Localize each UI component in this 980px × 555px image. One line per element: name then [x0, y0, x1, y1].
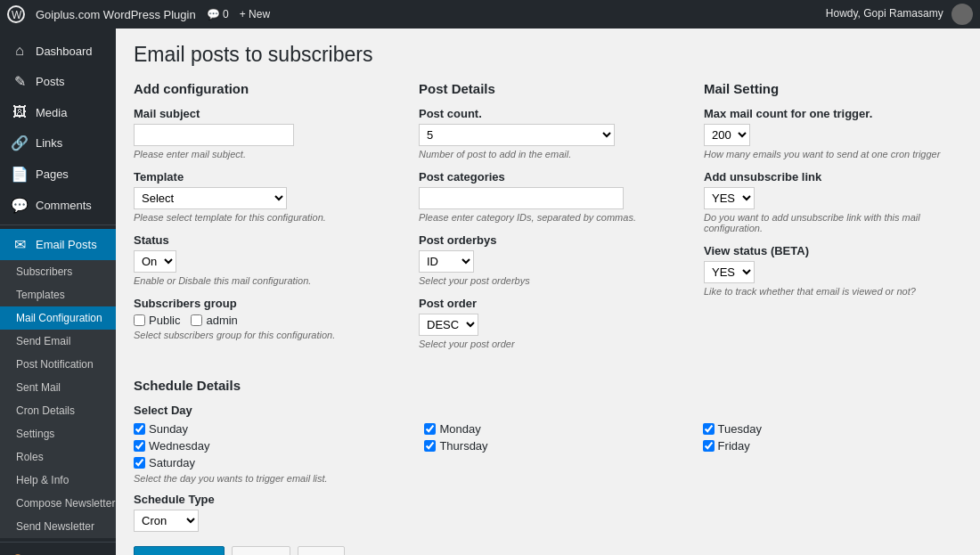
menu-separator-1 [0, 224, 116, 225]
insert-details-button[interactable]: Insert Details [134, 546, 225, 555]
sidebar: ⌂ Dashboard ✎ Posts 🖼 Media 🔗 Links 📄 Pa… [0, 29, 116, 555]
sidebar-item-help-info[interactable]: Help & Info [0, 469, 116, 492]
sidebar-item-posts[interactable]: ✎ Posts [0, 66, 116, 97]
sidebar-item-appearance[interactable]: 🎨 Appearance [0, 546, 116, 555]
svg-text:W: W [12, 9, 22, 21]
subscribers-group-label: Subscribers group [134, 297, 392, 310]
tuesday-day-label[interactable]: Tuesday [703, 422, 962, 436]
status-select[interactable]: On Off [134, 250, 176, 273]
cancel-button[interactable]: Cancel [232, 546, 290, 555]
post-details-section: Post Details Post count. 5 10 15 20 Numb… [419, 81, 677, 360]
status-group: Status On Off Enable or Disbale this mai… [134, 233, 392, 286]
template-group: Template Select Please select template f… [134, 170, 392, 223]
schedule-type-select[interactable]: Cron Daily Weekly [134, 510, 199, 532]
admin-checkbox[interactable] [191, 314, 202, 326]
sunday-checkbox[interactable] [134, 423, 145, 435]
post-orderbys-label: Post orderbys [419, 233, 677, 247]
sidebar-item-pages[interactable]: 📄 Pages [0, 159, 116, 190]
main-content: Email posts to subscribers Add configura… [116, 29, 980, 555]
thursday-day-label[interactable]: Thursday [424, 439, 688, 453]
saturday-checkbox[interactable] [134, 457, 145, 469]
schedule-type-label: Schedule Type [134, 493, 962, 506]
sidebar-item-roles[interactable]: Roles [0, 445, 116, 469]
view-status-group: View status (BETA) YES NO Like to track … [704, 244, 962, 297]
monday-checkbox[interactable] [424, 423, 436, 435]
add-configuration-section: Add configuration Mail subject Please en… [134, 81, 392, 351]
schedule-type-group: Schedule Type Cron Daily Weekly [134, 493, 962, 532]
sidebar-item-send-newsletter[interactable]: Send Newsletter [0, 515, 116, 538]
public-checkbox-label[interactable]: Public [134, 314, 180, 327]
help-button[interactable]: Help [298, 546, 345, 555]
post-count-label: Post count. [419, 107, 677, 120]
post-orderbys-group: Post orderbys ID Date Title Rand Select … [419, 233, 677, 286]
friday-checkbox[interactable] [703, 440, 715, 452]
post-order-label: Post order [419, 297, 677, 310]
status-label: Status [134, 233, 392, 247]
sidebar-item-comments[interactable]: 💬 Comments [0, 190, 116, 221]
public-checkbox[interactable] [134, 314, 145, 326]
mail-subject-label: Mail subject [134, 107, 392, 120]
monday-day-label[interactable]: Monday [424, 422, 688, 436]
pages-icon: 📄 [11, 166, 29, 183]
new-button[interactable]: + New [240, 8, 270, 20]
mail-subject-input[interactable] [134, 124, 294, 146]
sunday-day-label[interactable]: Sunday [134, 422, 410, 436]
sidebar-item-subscribers[interactable]: Subscribers [0, 260, 116, 283]
days-grid: Sunday Monday Tuesday Wednesday Thursday [134, 422, 962, 469]
subscribers-group-group: Subscribers group Public admin Select su… [134, 297, 392, 340]
post-categories-label: Post categories [419, 170, 677, 184]
mail-setting-section: Mail Setting Max mail count for one trig… [704, 81, 962, 307]
max-mail-count-hint: How many emails you want to send at one … [704, 149, 962, 159]
schedule-details-title: Schedule Details [134, 378, 962, 393]
post-details-title: Post Details [419, 81, 677, 96]
form-sections: Add configuration Mail subject Please en… [134, 81, 962, 360]
post-orderbys-select[interactable]: ID Date Title Rand [419, 250, 474, 273]
sidebar-item-mail-configuration[interactable]: Mail Configuration [0, 306, 116, 330]
wp-logo-icon[interactable]: W [7, 5, 25, 23]
dashboard-icon: ⌂ [11, 43, 29, 59]
status-hint: Enable or Disbale this mail configuratio… [134, 275, 392, 286]
post-count-select[interactable]: 5 10 15 20 [419, 124, 615, 146]
post-order-hint: Select your post order [419, 339, 677, 349]
sidebar-item-compose-newsletter[interactable]: Compose Newsletter [0, 492, 116, 515]
unsubscribe-link-select[interactable]: YES NO [704, 187, 755, 209]
post-order-group: Post order DESC ASC Select your post ord… [419, 297, 677, 349]
saturday-day-label[interactable]: Saturday [134, 456, 410, 469]
sidebar-item-email-posts[interactable]: ✉ Email Posts [0, 229, 116, 260]
sidebar-item-post-notification[interactable]: Post Notification [0, 353, 116, 376]
post-categories-group: Post categories Please enter category ID… [419, 170, 677, 223]
wednesday-checkbox[interactable] [134, 440, 145, 452]
mail-subject-hint: Please enter mail subject. [134, 149, 392, 159]
max-mail-count-group: Max mail count for one trigger. 200 100 … [704, 107, 962, 159]
site-name[interactable]: Goiplus.com WordPress Plugin [36, 8, 196, 21]
mail-subject-group: Mail subject Please enter mail subject. [134, 107, 392, 159]
wednesday-day-label[interactable]: Wednesday [134, 439, 410, 453]
sidebar-item-templates[interactable]: Templates [0, 283, 116, 306]
email-posts-icon: ✉ [11, 236, 29, 253]
sidebar-item-send-email[interactable]: Send Email [0, 330, 116, 353]
post-categories-hint: Please enter category IDs, separated by … [419, 212, 677, 223]
add-configuration-title: Add configuration [134, 81, 392, 96]
post-order-select[interactable]: DESC ASC [419, 314, 478, 336]
sidebar-item-cron-details[interactable]: Cron Details [0, 399, 116, 422]
sidebar-item-media[interactable]: 🖼 Media [0, 97, 116, 127]
post-count-group: Post count. 5 10 15 20 Number of post to… [419, 107, 677, 159]
admin-bar: W Goiplus.com WordPress Plugin 💬 0 + New… [0, 0, 980, 29]
sidebar-item-sent-mail[interactable]: Sent Mail [0, 376, 116, 399]
sidebar-item-dashboard[interactable]: ⌂ Dashboard [0, 36, 116, 66]
max-mail-count-label: Max mail count for one trigger. [704, 107, 962, 120]
media-icon: 🖼 [11, 104, 29, 120]
post-categories-input[interactable] [419, 187, 624, 209]
comments-count[interactable]: 💬 0 [207, 8, 229, 20]
thursday-checkbox[interactable] [424, 440, 436, 452]
max-mail-count-select[interactable]: 200 100 50 25 [704, 124, 750, 146]
email-posts-submenu: Subscribers Templates Mail Configuration… [0, 260, 116, 538]
sidebar-item-settings[interactable]: Settings [0, 422, 116, 445]
template-select[interactable]: Select [134, 187, 287, 209]
view-status-select[interactable]: YES NO [704, 261, 755, 283]
tuesday-checkbox[interactable] [703, 423, 715, 435]
sidebar-item-links[interactable]: 🔗 Links [0, 127, 116, 159]
friday-day-label[interactable]: Friday [703, 439, 962, 453]
admin-checkbox-label[interactable]: admin [191, 314, 237, 327]
subscribers-group-hint: Select subscribers group for this config… [134, 330, 392, 340]
